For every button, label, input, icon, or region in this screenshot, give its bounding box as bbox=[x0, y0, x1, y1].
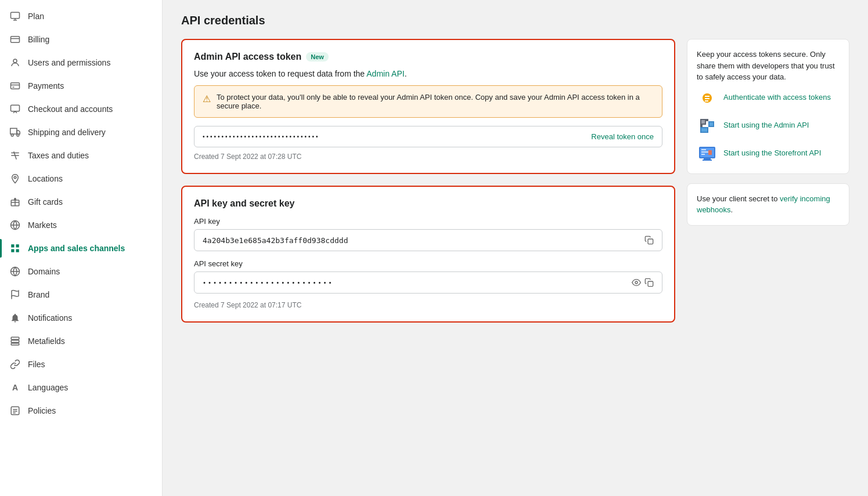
svg-rect-42 bbox=[700, 125, 703, 127]
svg-rect-53 bbox=[703, 160, 712, 161]
toggle-secret-button[interactable] bbox=[632, 278, 641, 287]
sidebar-item-locations[interactable]: Locations bbox=[0, 167, 162, 190]
svg-rect-27 bbox=[11, 343, 19, 345]
sidebar-item-label: Shipping and delivery bbox=[28, 128, 106, 137]
svg-rect-0 bbox=[11, 12, 20, 19]
files-icon bbox=[9, 359, 21, 370]
svg-rect-32 bbox=[648, 239, 653, 244]
warning-text: To protect your data, you'll only be abl… bbox=[217, 93, 654, 110]
sidebar-item-label: Payments bbox=[28, 81, 64, 90]
admin-api-link[interactable]: Admin API bbox=[366, 69, 404, 78]
sidebar-item-label: Notifications bbox=[28, 313, 72, 323]
svg-rect-49 bbox=[701, 149, 706, 150]
svg-rect-40 bbox=[701, 120, 705, 124]
reveal-token-button[interactable]: Reveal token once bbox=[591, 132, 654, 141]
svg-rect-54 bbox=[708, 150, 712, 155]
admin-api-icon bbox=[697, 115, 718, 136]
api-key-value: 4a204b3e1e685a42b3faff0d938cdddd bbox=[203, 236, 348, 245]
sidebar-item-label: Domains bbox=[28, 267, 60, 276]
admin-api-link-2[interactable]: Start using the Admin API bbox=[723, 120, 809, 131]
svg-point-11 bbox=[11, 134, 13, 136]
api-key-field: 4a204b3e1e685a42b3faff0d938cdddd bbox=[194, 229, 662, 251]
sidebar-item-label: Files bbox=[28, 360, 45, 369]
plan-icon bbox=[9, 10, 21, 22]
svg-rect-18 bbox=[11, 244, 14, 247]
resource-links: Authenticate with access tokens bbox=[697, 88, 840, 164]
sidebar-item-label: Policies bbox=[28, 406, 56, 415]
admin-token-title: Admin API access token New bbox=[194, 52, 662, 62]
storefront-api-link[interactable]: Start using the Storefront API bbox=[723, 148, 821, 158]
content-side: Keep your access tokens secure. Only sha… bbox=[687, 39, 849, 323]
sidebar-item-policies[interactable]: Policies bbox=[0, 399, 162, 422]
svg-rect-52 bbox=[704, 158, 711, 160]
auth-tokens-link[interactable]: Authenticate with access tokens bbox=[723, 92, 831, 103]
sidebar-item-languages[interactable]: A Languages bbox=[0, 376, 162, 399]
giftcards-icon bbox=[9, 196, 21, 208]
auth-icon bbox=[697, 88, 718, 108]
sidebar-item-domains[interactable]: Domains bbox=[0, 260, 162, 283]
copy-api-key-button[interactable] bbox=[644, 236, 654, 245]
sidebar-item-taxes[interactable]: Taxes and duties bbox=[0, 144, 162, 167]
svg-rect-26 bbox=[11, 341, 19, 343]
svg-point-12 bbox=[17, 134, 19, 136]
token-field: ••••••••••••••••••••••••••••••• Reveal t… bbox=[194, 126, 662, 147]
sidebar-item-label: Gift cards bbox=[28, 197, 63, 207]
copy-secret-button[interactable] bbox=[644, 278, 654, 287]
sidebar-item-notifications[interactable]: Notifications bbox=[0, 306, 162, 330]
sidebar-item-users[interactable]: Users and permissions bbox=[0, 51, 162, 74]
security-info-text: Keep your access tokens secure. Only sha… bbox=[697, 50, 835, 81]
checkout-icon bbox=[9, 103, 21, 115]
resource-link-admin: Start using the Admin API bbox=[697, 115, 840, 136]
webhooks-text-before: Use your client secret to bbox=[697, 194, 780, 203]
sidebar-item-apps[interactable]: Apps and sales channels bbox=[0, 237, 162, 260]
api-key-title: API key and secret key bbox=[194, 198, 662, 209]
page-title: API credentials bbox=[181, 14, 849, 27]
metafields-icon bbox=[9, 335, 21, 347]
users-icon bbox=[9, 57, 21, 68]
token-dots: ••••••••••••••••••••••••••••••• bbox=[203, 133, 320, 140]
api-key-created-text: Created 7 Sept 2022 at 07:17 UTC bbox=[194, 301, 301, 309]
svg-rect-19 bbox=[16, 244, 19, 247]
warning-icon: ⚠ bbox=[203, 93, 211, 104]
svg-rect-8 bbox=[11, 105, 20, 111]
sidebar-item-markets[interactable]: Markets bbox=[0, 213, 162, 237]
sidebar-item-brand[interactable]: Brand bbox=[0, 283, 162, 306]
sidebar-item-files[interactable]: Files bbox=[0, 353, 162, 376]
svg-rect-46 bbox=[701, 128, 707, 132]
secret-key-label: API secret key bbox=[194, 259, 662, 268]
svg-rect-6 bbox=[11, 83, 20, 89]
resource-link-storefront: Start using the Storefront API bbox=[697, 143, 840, 164]
svg-point-5 bbox=[13, 59, 17, 63]
notifications-icon bbox=[9, 312, 21, 324]
billing-icon bbox=[9, 34, 21, 45]
svg-rect-9 bbox=[10, 128, 17, 134]
svg-rect-41 bbox=[706, 119, 708, 121]
svg-point-33 bbox=[635, 281, 638, 284]
markets-icon bbox=[9, 219, 21, 231]
taxes-icon bbox=[9, 150, 21, 161]
domains-icon bbox=[9, 266, 21, 277]
sidebar-item-checkout[interactable]: Checkout and accounts bbox=[0, 97, 162, 121]
locations-icon bbox=[9, 173, 21, 184]
sidebar-item-billing[interactable]: Billing bbox=[0, 28, 162, 51]
sidebar-item-label: Metafields bbox=[28, 336, 65, 346]
svg-marker-10 bbox=[17, 131, 20, 134]
svg-rect-50 bbox=[701, 151, 708, 153]
sidebar-item-giftcards[interactable]: Gift cards bbox=[0, 190, 162, 213]
main-content: API credentials Admin API access token N… bbox=[163, 0, 868, 496]
sidebar-item-payments[interactable]: Payments bbox=[0, 74, 162, 97]
admin-token-card: Admin API access token New Use your acce… bbox=[181, 39, 675, 174]
api-key-label: API key bbox=[194, 217, 662, 226]
resource-link-auth: Authenticate with access tokens bbox=[697, 88, 840, 108]
svg-rect-38 bbox=[705, 100, 708, 102]
svg-point-14 bbox=[14, 176, 16, 179]
sidebar-item-label: Apps and sales channels bbox=[28, 244, 125, 253]
secret-key-field: ••••••••••••••••••••••••• bbox=[194, 271, 662, 294]
sidebar-item-label: Plan bbox=[28, 12, 44, 21]
warning-box: ⚠ To protect your data, you'll only be a… bbox=[194, 85, 662, 118]
sidebar-item-metafields[interactable]: Metafields bbox=[0, 330, 162, 353]
sidebar-item-shipping[interactable]: Shipping and delivery bbox=[0, 121, 162, 144]
sidebar-item-plan[interactable]: Plan bbox=[0, 5, 162, 28]
content-main: Admin API access token New Use your acce… bbox=[181, 39, 675, 323]
new-badge: New bbox=[306, 52, 329, 61]
